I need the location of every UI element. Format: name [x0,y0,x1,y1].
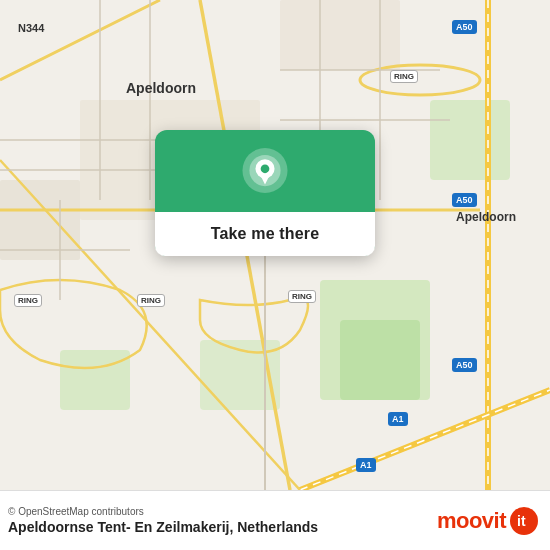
road-badge-a50-mid: A50 [452,193,477,207]
svg-rect-4 [60,350,130,410]
svg-rect-3 [430,100,510,180]
svg-text:it: it [517,513,526,529]
moovit-dot-icon: it [510,507,538,535]
road-badge-ring-center: RING [288,290,316,303]
road-badge-a50-top: A50 [452,20,477,34]
road-badge-ring-far-left: RING [14,294,42,307]
popup-card: Take me there [155,130,375,256]
road-badge-a1-1: A1 [388,412,408,426]
location-name: Apeldoornse Tent- En Zeilmakerij, Nether… [8,519,318,535]
road-badge-a1-2: A1 [356,458,376,472]
moovit-logo: moovit it [437,507,538,535]
svg-rect-8 [280,0,400,70]
location-info: © OpenStreetMap contributors Apeldoornse… [8,506,318,535]
svg-rect-2 [340,320,420,400]
svg-point-32 [261,164,270,173]
city-label-apeldoorn-right: Apeldoorn [456,210,516,224]
road-badge-ring-top: RING [390,70,418,83]
take-me-there-button[interactable]: Take me there [155,212,375,256]
moovit-logo-text: moovit [437,508,506,534]
location-pin-icon [239,148,291,200]
city-label-apeldoorn-left: Apeldoorn [126,80,196,96]
map-container: N344 Apeldoorn Apeldoorn A50 A50 A50 A1 … [0,0,550,490]
road-badge-ring-left: RING [137,294,165,307]
osm-credit: © OpenStreetMap contributors [8,506,318,517]
svg-rect-7 [0,180,80,260]
bottom-bar: © OpenStreetMap contributors Apeldoornse… [0,490,550,550]
road-label-n344: N344 [18,22,44,34]
road-badge-a50-bot: A50 [452,358,477,372]
